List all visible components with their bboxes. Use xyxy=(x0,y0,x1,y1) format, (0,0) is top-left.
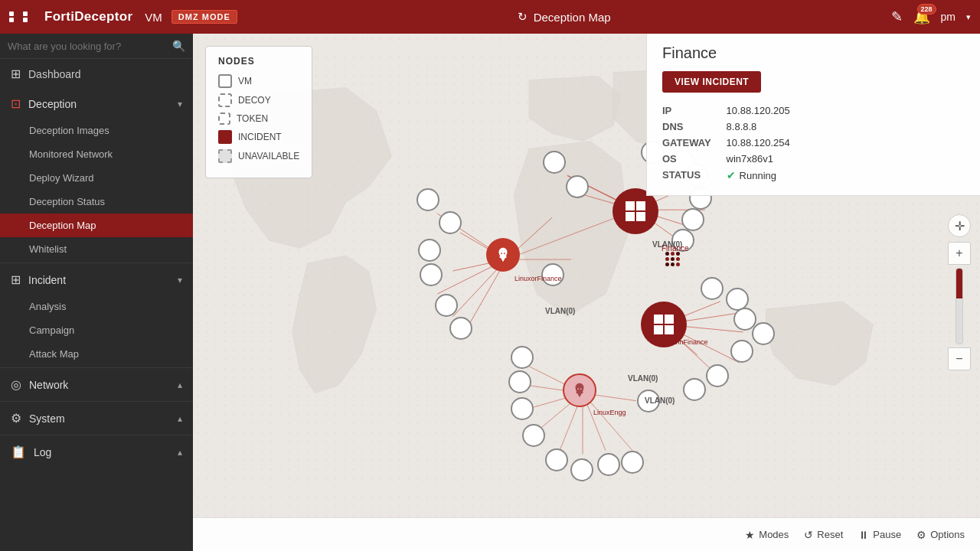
analysis-label: Analysis xyxy=(29,301,66,312)
node-lf-1[interactable]: 🖥 xyxy=(416,188,439,211)
deploy-wizard-label: Deploy Wizard xyxy=(29,172,94,184)
deception-icon: ⊡ xyxy=(11,96,21,111)
page-title-bar: ↻ Deception Map xyxy=(247,10,882,24)
map-bottom-bar: ★ Modes ↺ Reset ⏸ Pause ⚙ Options xyxy=(193,517,980,551)
finance-panel: Finance VIEW INCIDENT IP 10.88.120.205 D… xyxy=(646,34,980,196)
pause-button[interactable]: ⏸ Pause xyxy=(858,529,901,541)
map-area[interactable]: NODES VM DECOY TOKEN INCIDENT UNAVAILABL… xyxy=(193,34,980,551)
attack-map-label: Attack Map xyxy=(29,348,79,360)
sidebar-item-whitelist[interactable]: Whitelist xyxy=(0,237,193,261)
node-lf-3[interactable]: 🖥 xyxy=(418,239,441,262)
legend-decoy-icon xyxy=(218,93,232,107)
incident-arrow-icon: ▾ xyxy=(178,275,182,285)
node-linux-engg[interactable] xyxy=(563,373,596,407)
reset-button[interactable]: ↺ Reset xyxy=(804,529,843,541)
svg-rect-36 xyxy=(626,212,635,221)
node-peripheral-1[interactable]: 🖥 xyxy=(543,151,566,174)
refresh-icon[interactable]: ↻ xyxy=(518,10,528,24)
vlan-label-2: VLAN(0) xyxy=(545,307,575,315)
node-le-3[interactable]: 🖥 xyxy=(511,397,534,420)
sidebar-item-deception-status[interactable]: Deception Status xyxy=(0,190,193,214)
vlan-label-4: VLAN(0) xyxy=(645,396,675,405)
node-peripheral-7[interactable]: 🖥 xyxy=(681,208,704,231)
deception-map-label: Deception Map xyxy=(29,220,96,231)
sidebar-item-deception-images[interactable]: Deception Images xyxy=(0,119,193,142)
app-version: VM xyxy=(145,11,162,24)
node-le-5[interactable]: 🖥 xyxy=(545,448,568,471)
zoom-slider[interactable] xyxy=(956,268,963,344)
page-title: Deception Map xyxy=(534,11,611,24)
search-icon[interactable]: 🔍 xyxy=(172,40,185,52)
node-wf-6[interactable]: 🖥 xyxy=(683,378,706,401)
gateway-value: 10.88.120.254 xyxy=(727,137,965,148)
zoom-out-button[interactable]: − xyxy=(948,347,971,370)
view-incident-button[interactable]: VIEW INCIDENT xyxy=(662,71,761,93)
os-label: OS xyxy=(662,153,711,165)
sidebar-section-system[interactable]: ⚙ System ▴ xyxy=(0,403,193,433)
log-arrow-icon: ▴ xyxy=(178,447,182,458)
reset-icon: ↺ xyxy=(804,529,813,541)
sidebar-section-network[interactable]: ◎ Network ▴ xyxy=(0,370,193,399)
legend-unavail-label: UNAVAILABLE xyxy=(238,151,299,161)
node-lf-4[interactable]: 🖥 xyxy=(420,263,443,286)
grid-menu-icon[interactable] xyxy=(9,11,35,22)
legend-vm-item: VM xyxy=(218,74,299,88)
user-menu[interactable]: pm xyxy=(941,11,956,23)
search-bar: 🔍 xyxy=(0,34,193,59)
node-lf-2[interactable]: 🖥 xyxy=(439,211,462,234)
finance-panel-title: Finance xyxy=(662,44,965,62)
modes-button[interactable]: ★ Modes xyxy=(745,529,789,541)
node-peripheral-2[interactable]: 🖥 xyxy=(566,175,589,198)
network-arrow-icon: ▴ xyxy=(178,380,182,390)
modes-label: Modes xyxy=(759,529,789,540)
sidebar: 🔍 ⊞ Dashboard ⊡ Deception ▾ Deception Im… xyxy=(0,34,193,551)
sidebar-section-log[interactable]: 📋 Log ▴ xyxy=(0,437,193,467)
sidebar-item-analysis[interactable]: Analysis xyxy=(0,295,193,318)
sidebar-item-attack-map[interactable]: Attack Map xyxy=(0,342,193,366)
legend-unavail-icon xyxy=(218,149,232,163)
node-le-6[interactable]: 🖥 xyxy=(570,458,593,481)
zoom-in-button[interactable]: + xyxy=(948,242,971,265)
node-le-7[interactable]: 🖥 xyxy=(597,453,620,476)
system-icon: ⚙ xyxy=(11,411,21,425)
sidebar-item-campaign[interactable]: Campaign xyxy=(0,318,193,342)
node-wf-5[interactable]: 🖥 xyxy=(706,364,729,387)
edit-icon[interactable]: ✎ xyxy=(891,8,903,25)
options-button[interactable]: ⚙ Options xyxy=(916,529,965,541)
svg-rect-34 xyxy=(626,201,635,210)
sidebar-item-deploy-wizard[interactable]: Deploy Wizard xyxy=(0,166,193,190)
node-wf-7[interactable]: 🖥 xyxy=(752,322,775,345)
deception-section-label: Deception xyxy=(28,98,170,110)
node-wf-4[interactable]: 🖥 xyxy=(730,340,753,363)
linux-engg-label: LinuxEngg xyxy=(593,409,626,416)
svg-rect-35 xyxy=(636,201,645,210)
linuxor-finance-label: LinuxorFinance xyxy=(514,275,562,282)
network-icon: ◎ xyxy=(11,377,21,392)
node-le-4[interactable]: 🖥 xyxy=(522,424,545,447)
log-section-label: Log xyxy=(34,446,170,458)
sidebar-item-dashboard[interactable]: ⊞ Dashboard xyxy=(0,59,193,89)
app-logo: FortiDeceptor xyxy=(44,9,132,24)
topbar-right: ✎ 🔔 228 pm ▾ xyxy=(891,8,971,25)
sidebar-item-deception-map[interactable]: Deception Map xyxy=(0,214,193,237)
node-le-1[interactable]: 🖥 xyxy=(511,346,534,369)
options-label: Options xyxy=(930,529,965,540)
legend-decoy-label: DECOY xyxy=(238,95,271,106)
node-linuxor-finance[interactable] xyxy=(486,238,520,272)
node-lf-6[interactable]: 🖥 xyxy=(449,317,472,340)
node-lf-5[interactable]: 🖥 xyxy=(435,294,458,317)
search-input[interactable] xyxy=(8,41,172,52)
system-section-label: System xyxy=(29,412,170,425)
user-dropdown-arrow[interactable]: ▾ xyxy=(966,12,971,22)
node-wf-1[interactable]: 🖥 xyxy=(701,277,724,300)
status-value: ✔ Running xyxy=(727,169,965,181)
node-le-8[interactable]: 🖥 xyxy=(621,451,644,474)
node-le-2[interactable]: 🖥 xyxy=(508,370,531,393)
compass-button[interactable]: ✛ xyxy=(948,214,971,237)
sidebar-section-deception[interactable]: ⊡ Deception ▾ xyxy=(0,89,193,119)
notifications-bell[interactable]: 🔔 228 xyxy=(913,8,930,25)
sidebar-section-incident[interactable]: ⊞ Incident ▾ xyxy=(0,265,193,295)
legend-vm-icon xyxy=(218,74,232,88)
vlan-label-3: VLAN(0) xyxy=(628,374,658,383)
sidebar-item-monitored-network[interactable]: Monitored Network xyxy=(0,142,193,166)
